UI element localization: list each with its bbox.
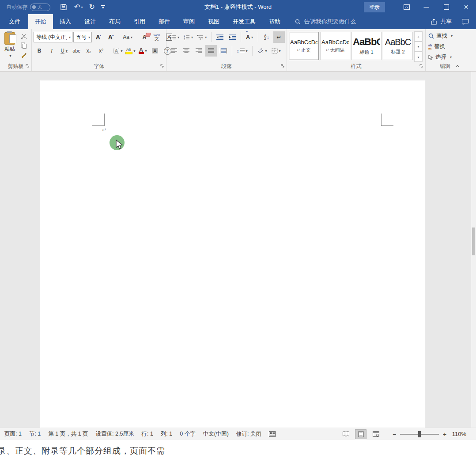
align-center-button[interactable] [181, 45, 192, 57]
paragraph-dialog-launcher-icon[interactable] [281, 63, 285, 69]
print-layout-button[interactable] [355, 429, 366, 439]
increase-indent-button[interactable] [227, 31, 238, 43]
text-effects-button[interactable]: A [112, 45, 124, 57]
paste-button[interactable]: 粘贴 [2, 31, 18, 59]
shading-button[interactable] [255, 45, 269, 57]
tab-references[interactable]: 引用 [127, 14, 152, 29]
status-track-changes[interactable]: 修订: 关闭 [236, 430, 261, 438]
styles-scroll-down-icon[interactable]: ▾ [414, 42, 423, 52]
zoom-out-button[interactable]: − [392, 431, 397, 438]
subscript-button[interactable]: x₂ [83, 45, 94, 57]
undo-dropdown-icon[interactable]: ▾ [81, 5, 83, 9]
autosave-toggle[interactable]: 自动保存 关 [6, 4, 50, 11]
grow-font-button[interactable]: A [93, 31, 104, 43]
text-highlight-button[interactable]: ab [125, 45, 136, 57]
read-mode-button[interactable] [340, 429, 351, 439]
shrink-font-button[interactable]: A [105, 31, 117, 43]
align-right-button[interactable] [193, 45, 204, 57]
italic-button[interactable]: I [46, 45, 57, 57]
superscript-button[interactable]: x² [95, 45, 107, 57]
phonetic-guide-button[interactable]: wén 文 [151, 31, 162, 43]
tab-developer[interactable]: 开发工具 [226, 14, 262, 29]
redo-icon[interactable]: ↻ [89, 4, 94, 11]
style-heading1[interactable]: AaBbC 标题 1 [351, 32, 382, 60]
autosave-switch-icon[interactable]: 关 [30, 4, 50, 11]
status-word-count[interactable]: 0 个字 [180, 430, 195, 438]
font-dialog-launcher-icon[interactable] [160, 63, 164, 69]
distribute-button[interactable] [218, 45, 229, 57]
status-line[interactable]: 行: 1 [141, 430, 153, 438]
style-normal[interactable]: AaBbCcDd ↵正文 [289, 32, 319, 60]
web-layout-button[interactable] [370, 429, 382, 439]
multilevel-list-button[interactable] [196, 31, 208, 43]
style-no-spacing[interactable]: AaBbCcDd ↵无间隔 [320, 32, 350, 60]
change-case-button[interactable]: Aa [122, 31, 133, 43]
ime-status-icon[interactable] [269, 431, 276, 437]
asian-layout-button[interactable]: A [244, 31, 255, 43]
numbering-button[interactable]: 123 [182, 31, 195, 43]
sign-in-button[interactable]: 登录 [364, 2, 385, 12]
tab-mailings[interactable]: 邮件 [152, 14, 177, 29]
tab-view[interactable]: 视图 [201, 14, 226, 29]
find-button[interactable]: 查找 [428, 31, 463, 41]
strikethrough-button[interactable]: abc [71, 45, 82, 57]
align-left-button[interactable] [168, 45, 180, 57]
share-button[interactable]: 共享 [431, 18, 452, 26]
clear-formatting-button[interactable]: A [139, 31, 150, 43]
replace-button[interactable]: ab ac 替换 [428, 42, 463, 51]
tell-me-search[interactable]: 告诉我你想要做什么 [295, 14, 356, 29]
decrease-indent-button[interactable] [214, 31, 226, 43]
minimize-button[interactable]: — [416, 0, 436, 14]
zoom-slider-thumb[interactable] [418, 431, 421, 437]
collapse-ribbon-icon[interactable] [455, 63, 460, 69]
maximize-button[interactable] [436, 0, 456, 14]
borders-button[interactable] [270, 45, 283, 57]
tab-file[interactable]: 文件 [1, 14, 28, 29]
comments-icon[interactable] [461, 19, 469, 25]
status-tab-setting[interactable]: 设置值: 2.5厘米 [96, 430, 134, 438]
tab-layout[interactable]: 布局 [102, 14, 127, 29]
ribbon-display-options-button[interactable] [397, 0, 416, 14]
tab-home[interactable]: 开始 [28, 14, 53, 29]
tab-review[interactable]: 审阅 [177, 14, 201, 29]
status-column[interactable]: 列: 1 [161, 430, 172, 438]
vertical-scrollbar[interactable] [471, 72, 476, 428]
styles-dialog-launcher-icon[interactable] [419, 63, 423, 69]
close-button[interactable]: ✕ [456, 0, 476, 14]
zoom-slider[interactable] [400, 434, 439, 435]
character-shading-button[interactable]: A [149, 45, 161, 57]
tab-insert[interactable]: 插入 [53, 14, 78, 29]
scrollbar-thumb[interactable] [472, 228, 475, 255]
bullets-button[interactable] [168, 31, 181, 43]
save-icon[interactable] [59, 3, 68, 11]
document-page[interactable]: ↵ [40, 80, 425, 428]
justify-button[interactable] [205, 45, 217, 57]
line-spacing-button[interactable]: ↕ [235, 45, 249, 57]
document-area[interactable]: ↵ [0, 72, 476, 428]
copy-button[interactable] [19, 42, 28, 49]
customize-qat-icon[interactable]: ▾ [101, 5, 105, 9]
font-color-button[interactable]: A [137, 45, 148, 57]
tab-help[interactable]: 帮助 [262, 14, 287, 29]
clipboard-dialog-launcher-icon[interactable] [26, 63, 30, 69]
format-painter-button[interactable] [19, 51, 28, 59]
undo-button[interactable]: ↶ ▾ [74, 4, 83, 11]
styles-scroll-up-icon[interactable]: ▴ [414, 31, 423, 42]
cut-button[interactable] [19, 32, 28, 40]
status-page[interactable]: 页面: 1 [4, 430, 22, 438]
select-button[interactable]: 选择 [428, 53, 463, 62]
zoom-in-button[interactable]: + [442, 431, 447, 438]
styles-more-icon[interactable]: ▾ [414, 52, 423, 62]
bold-button[interactable]: B [34, 45, 45, 57]
sort-button[interactable]: AZ ↓ [261, 31, 272, 43]
style-heading2[interactable]: AaBbC 标题 2 [383, 32, 413, 60]
font-name-combobox[interactable]: 等线 (中文正文 [34, 32, 72, 42]
status-page-of[interactable]: 第 1 页，共 1 页 [48, 430, 88, 438]
underline-button[interactable]: U [58, 45, 70, 57]
status-language[interactable]: 中文(中国) [203, 430, 229, 438]
show-hide-marks-button[interactable]: ↵ [273, 31, 285, 43]
tab-design[interactable]: 设计 [78, 14, 102, 29]
zoom-level[interactable]: 110% [450, 431, 466, 437]
font-size-combobox[interactable]: 五号 [73, 32, 92, 42]
status-section[interactable]: 节: 1 [29, 430, 41, 438]
